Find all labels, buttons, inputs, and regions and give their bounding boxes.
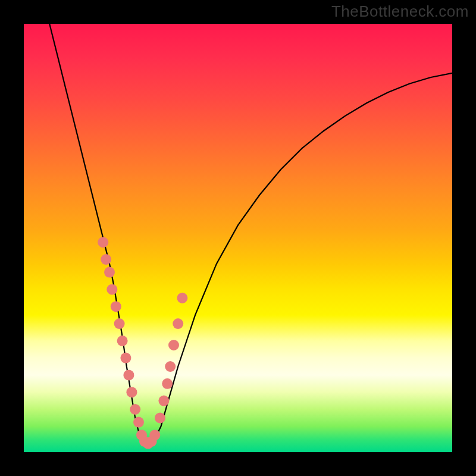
scatter-point xyxy=(173,318,183,329)
scatter-point xyxy=(177,293,187,303)
plot-area xyxy=(24,24,452,452)
bottleneck-curve xyxy=(24,24,452,452)
scatter-point xyxy=(111,301,121,312)
scatter-points xyxy=(98,237,187,449)
scatter-point xyxy=(120,353,131,364)
scatter-point xyxy=(101,254,111,265)
scatter-point xyxy=(130,404,140,415)
scatter-point xyxy=(133,417,144,428)
chart-frame: TheBottleneck.com xyxy=(0,0,476,476)
scatter-point xyxy=(168,340,179,350)
scatter-point xyxy=(165,361,176,372)
scatter-point xyxy=(117,336,128,346)
scatter-point xyxy=(162,378,173,389)
scatter-point xyxy=(107,284,117,295)
scatter-point xyxy=(149,430,160,440)
scatter-point xyxy=(123,369,134,380)
scatter-point xyxy=(158,396,169,406)
scatter-point xyxy=(114,318,125,329)
watermark-text: TheBottleneck.com xyxy=(331,2,469,21)
scatter-point xyxy=(126,387,137,397)
scatter-point xyxy=(155,412,165,423)
curve-line xyxy=(49,24,452,448)
scatter-point xyxy=(98,237,108,248)
scatter-point xyxy=(104,267,115,278)
